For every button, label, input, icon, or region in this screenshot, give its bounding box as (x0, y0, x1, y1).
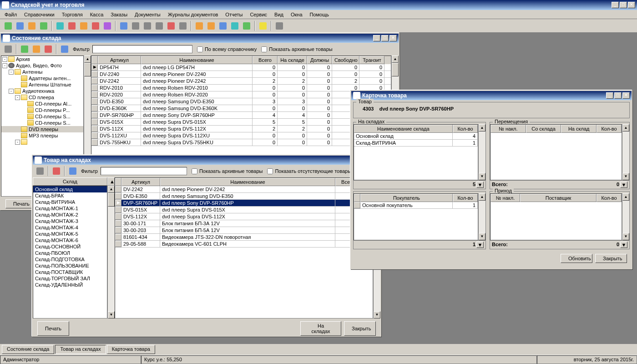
table-row[interactable]: 29-05-588Видеокамера VC-601 CLPH1 (115, 241, 373, 248)
table-row[interactable]: DVS-755HKUdvd плеер Supra DVS-755HKU0000… (91, 139, 391, 146)
table-row[interactable]: DVS-112Xdvd плеер Supra DVS-112X2 (115, 213, 373, 220)
task-tab[interactable]: Карточка товара (107, 345, 155, 354)
tree-node[interactable]: -Архив (1, 56, 83, 62)
chk-show-missing[interactable] (267, 168, 273, 174)
table-row[interactable]: DVS-112XUdvd плеер Supra DVS-112XU00000 (91, 132, 391, 139)
tree-node[interactable]: - (1, 139, 83, 145)
list-item[interactable]: Склад-БРАК (33, 192, 107, 199)
close-button[interactable]: ✕ (622, 92, 630, 99)
table-row[interactable]: DVS-112Xdvd плеер Supra DVS-112X22000 (91, 126, 391, 132)
toolbar-btn-8[interactable] (90, 20, 101, 31)
toolbar-btn-16[interactable] (194, 20, 205, 31)
minimize-button[interactable]: _ (612, 2, 619, 8)
tree-node[interactable]: CD-плееры P... (1, 107, 83, 113)
toolbar-btn-10[interactable] (118, 20, 129, 31)
chk-show-archive[interactable] (261, 46, 267, 52)
task-tab[interactable]: Товар на складах (55, 345, 106, 354)
table-row[interactable]: ▶DP547Hdvd плеер LG DP547H00000 (91, 64, 391, 71)
tree-node[interactable]: -Аудиотехника (1, 88, 83, 94)
table-row[interactable]: DVD-E350dvd плеер Samsung DVD-E35033030 (91, 98, 391, 105)
table-row[interactable]: Основной покупатель1 (354, 202, 478, 209)
table-row[interactable]: DV-2242dvd плеер Pioneer DV-22422 (115, 186, 373, 193)
tree-node[interactable]: -Аудио, Видео, Фото (1, 62, 83, 69)
close-button[interactable]: Закрыть (595, 254, 627, 263)
list-item[interactable]: Склад-ПОДГОТОВКА (33, 256, 107, 263)
on-warehouses-button[interactable]: На складах (300, 321, 341, 336)
menu-item[interactable]: Журналы документов (164, 11, 222, 18)
table-row[interactable]: 30-00-171Блок питания БП-3А 12V1 (115, 220, 373, 227)
toolbar-btn-18[interactable] (217, 20, 228, 31)
menu-item[interactable]: Отчеты (222, 11, 246, 18)
task-tab[interactable]: Состояние склада (2, 345, 54, 354)
tb-delete-icon[interactable] (51, 166, 62, 177)
warehouse-list[interactable]: Основной складСклад-БРАКСклад-ВИТРИНАСкл… (33, 186, 107, 318)
table-row[interactable]: Основной склад4 (354, 133, 478, 140)
chk-all-directory[interactable] (197, 46, 203, 52)
tb-delete-icon[interactable] (43, 44, 54, 55)
toolbar-btn-2[interactable] (15, 20, 25, 31)
tree-node[interactable]: MP3 плееры (1, 132, 83, 139)
list-item[interactable]: Склад-УДАЛЕННЫЙ (33, 282, 107, 288)
table-row[interactable]: DVP-SR760HPdvd плеер Sony DVP-SR760HP440… (91, 112, 391, 119)
menu-item[interactable]: Касса (86, 11, 107, 18)
close-button[interactable]: Закрыть (344, 321, 376, 336)
menu-item[interactable]: Помощь (306, 11, 333, 18)
tree-node[interactable]: CD-плееры S... (1, 120, 83, 126)
tb-edit-icon[interactable] (31, 44, 42, 55)
scrollbar[interactable]: ▲▼ (622, 193, 629, 240)
tb-print-icon[interactable] (35, 166, 46, 177)
list-item[interactable]: Основной склад (33, 186, 107, 192)
table-row[interactable]: 81601-434Видеокамера JTS-322-DN поворотн… (115, 234, 373, 241)
table-row[interactable]: DV-2242dvd плеер Pioneer DV-224222020 (91, 78, 391, 85)
refresh-button[interactable]: Обновить (561, 254, 592, 263)
scrollbar[interactable]: ▲▼ (478, 193, 485, 240)
menu-item[interactable]: Файл (1, 11, 20, 18)
table-row[interactable]: RDV-2010dvd плеер Rolsen RDV-201000000 (91, 85, 391, 91)
tb-add-icon[interactable] (19, 44, 30, 55)
toolbar-btn-6[interactable] (66, 20, 77, 31)
table-row[interactable]: ▶DVP-SR760HPdvd плеер Sony DVP-SR760HP4 (115, 200, 373, 207)
table-row[interactable]: DVD-E350dvd плеер Samsung DVD-E3503 (115, 193, 373, 200)
stock-grid[interactable]: АртикулНаименованиеВсегоDV-2242dvd плеер… (115, 177, 373, 318)
minimize-button[interactable]: _ (373, 35, 380, 41)
tree-node[interactable]: CD-плееры Al... (1, 101, 83, 107)
menu-item[interactable]: Документы (131, 11, 164, 18)
list-item[interactable]: Склад-МОНТАЖ-5 (33, 231, 107, 237)
filter-input[interactable] (92, 45, 192, 53)
tb-refresh-icon[interactable] (67, 166, 78, 177)
list-item[interactable]: Склад-ОСНОВНОЙ (33, 243, 107, 250)
toolbar-settings[interactable] (274, 20, 285, 31)
scrollbar[interactable]: ▲▼ (478, 124, 485, 180)
list-item[interactable]: Склад-МОНТАЖ-4 (33, 224, 107, 231)
menu-item[interactable]: Окна (287, 11, 306, 18)
toolbar-btn-1[interactable] (3, 20, 14, 31)
tree-node[interactable]: CD-плееры S... (1, 113, 83, 120)
toolbar-btn-17[interactable] (206, 20, 217, 31)
maximize-button[interactable]: □ (614, 92, 622, 99)
menu-item[interactable]: Справочники (20, 11, 58, 18)
toolbar-btn-3[interactable] (26, 20, 37, 31)
tree-node[interactable]: DVD плееры (1, 126, 83, 132)
toolbar-btn-20[interactable] (241, 20, 252, 31)
list-item[interactable]: Склад-ПОЛЬЗОВАНИЕ (33, 263, 107, 269)
list-item[interactable]: Склад-МОНТАЖ-2 (33, 212, 107, 218)
toolbar-btn-19[interactable] (229, 20, 240, 31)
menu-item[interactable]: Сервис (246, 11, 271, 18)
tb-print-icon[interactable] (3, 44, 14, 55)
card-buyers-grid[interactable]: ПокупательКол-воОсновной покупатель1 (354, 193, 478, 240)
list-item[interactable]: Склад-ВИТРИНА (33, 199, 107, 205)
tree-node[interactable]: Адаптеры антен... (1, 75, 83, 81)
table-row[interactable]: Склад-ВИТРИНА1 (354, 140, 478, 147)
table-row[interactable]: RDV-2020dvd плеер Rolsen RDV-202000000 (91, 91, 391, 98)
minimize-button[interactable]: _ (606, 92, 613, 99)
menu-item[interactable]: Вид (271, 11, 287, 18)
card-income-grid[interactable]: № накл.ПоставщикКол-во (490, 193, 622, 240)
maximize-button[interactable]: □ (620, 2, 627, 8)
list-item[interactable]: Склад-ПБОЮЛ (33, 250, 107, 256)
toolbar-btn-13[interactable] (154, 20, 165, 31)
table-row[interactable]: 30-00-203Блок питания БП-5А 12V1 (115, 227, 373, 234)
table-row[interactable]: DV-2240dvd плеер Pioneer DV-224000000 (91, 71, 391, 78)
toolbar-btn-12[interactable] (142, 20, 153, 31)
list-item[interactable]: Склад-МОНТАЖ-3 (33, 218, 107, 224)
table-row[interactable]: DVS-015Xdvd плеер Supra DVS-015X55000 (91, 119, 391, 126)
